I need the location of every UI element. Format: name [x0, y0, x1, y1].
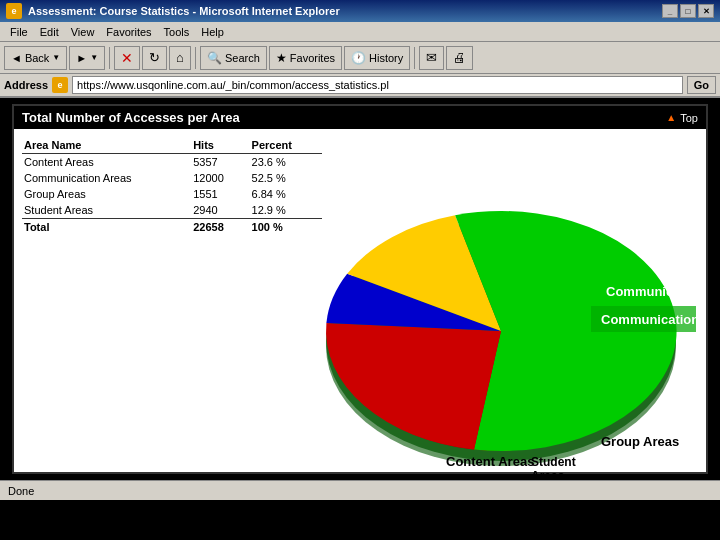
separator-3 — [414, 47, 415, 69]
menu-bar: File Edit View Favorites Tools Help — [0, 22, 720, 42]
forward-dropdown-icon: ▼ — [90, 53, 98, 62]
window-title: Assessment: Course Statistics - Microsof… — [28, 5, 340, 17]
page-title: Total Number of Accesses per Area — [22, 110, 240, 125]
chart-container: Communication Areas Communication Areas … — [306, 146, 696, 476]
favorites-label: Favorites — [290, 52, 335, 64]
table-cell-4-0: Total — [22, 219, 191, 236]
top-link-label: Top — [680, 112, 698, 124]
menu-file[interactable]: File — [4, 24, 34, 40]
title-bar: e Assessment: Course Statistics - Micros… — [0, 0, 720, 22]
favorites-icon: ★ — [276, 51, 287, 65]
history-button[interactable]: 🕐 History — [344, 46, 410, 70]
stop-button[interactable]: ✕ — [114, 46, 140, 70]
back-label: Back — [25, 52, 49, 64]
table-cell-2-0: Group Areas — [22, 186, 191, 202]
mail-button[interactable]: ✉ — [419, 46, 444, 70]
close-btn[interactable]: ✕ — [698, 4, 714, 18]
minimize-btn[interactable]: _ — [662, 4, 678, 18]
table-cell-0-1: 5357 — [191, 154, 249, 171]
search-icon: 🔍 — [207, 51, 222, 65]
menu-edit[interactable]: Edit — [34, 24, 65, 40]
page-icon: e — [52, 77, 68, 93]
search-button[interactable]: 🔍 Search — [200, 46, 267, 70]
col-header-hits: Hits — [191, 137, 249, 154]
print-button[interactable]: 🖨 — [446, 46, 473, 70]
app-icon: e — [6, 3, 22, 19]
address-input[interactable] — [72, 76, 683, 94]
table-row: Student Areas294012.9 % — [22, 202, 322, 219]
svg-text:Content Areas: Content Areas — [446, 454, 534, 469]
home-button[interactable]: ⌂ — [169, 46, 191, 70]
table-cell-1-0: Communication Areas — [22, 170, 191, 186]
favorites-button[interactable]: ★ Favorites — [269, 46, 342, 70]
table-cell-2-1: 1551 — [191, 186, 249, 202]
table-row: Total22658100 % — [22, 219, 322, 236]
table-row: Content Areas535723.6 % — [22, 154, 322, 171]
address-bar: Address e Go — [0, 74, 720, 98]
svg-text:Student: Student — [531, 455, 576, 469]
refresh-button[interactable]: ↻ — [142, 46, 167, 70]
separator-1 — [109, 47, 110, 69]
top-link[interactable]: ▲ Top — [666, 112, 698, 124]
svg-text:Group Areas: Group Areas — [601, 434, 679, 449]
refresh-icon: ↻ — [149, 50, 160, 65]
menu-tools[interactable]: Tools — [158, 24, 196, 40]
toolbar: ◄ Back ▼ ► ▼ ✕ ↻ ⌂ 🔍 Search ★ Favorites … — [0, 42, 720, 74]
table-row: Group Areas15516.84 % — [22, 186, 322, 202]
menu-view[interactable]: View — [65, 24, 101, 40]
table-cell-0-0: Content Areas — [22, 154, 191, 171]
menu-favorites[interactable]: Favorites — [100, 24, 157, 40]
content-header: Total Number of Accesses per Area ▲ Top — [14, 106, 706, 129]
table-row: Communication Areas1200052.5 % — [22, 170, 322, 186]
forward-button[interactable]: ► ▼ — [69, 46, 105, 70]
table-cell-3-1: 2940 — [191, 202, 249, 219]
forward-arrow-icon: ► — [76, 52, 87, 64]
home-icon: ⌂ — [176, 50, 184, 65]
table-cell-3-0: Student Areas — [22, 202, 191, 219]
back-button[interactable]: ◄ Back ▼ — [4, 46, 67, 70]
separator-2 — [195, 47, 196, 69]
col-header-area: Area Name — [22, 137, 191, 154]
mail-icon: ✉ — [426, 50, 437, 65]
history-label: History — [369, 52, 403, 64]
back-dropdown-icon: ▼ — [52, 53, 60, 62]
history-icon: 🕐 — [351, 51, 366, 65]
top-arrow-icon: ▲ — [666, 112, 676, 123]
main-content: Total Number of Accesses per Area ▲ Top … — [12, 104, 708, 474]
address-label: Address — [4, 79, 48, 91]
stop-icon: ✕ — [121, 50, 133, 66]
svg-text:Communication Areas: Communication Areas — [601, 312, 696, 327]
table-cell-1-1: 12000 — [191, 170, 249, 186]
menu-help[interactable]: Help — [195, 24, 230, 40]
print-icon: 🖨 — [453, 50, 466, 65]
pie-chart: Communication Areas Communication Areas … — [306, 146, 696, 476]
maximize-btn[interactable]: □ — [680, 4, 696, 18]
search-label: Search — [225, 52, 260, 64]
back-arrow-icon: ◄ — [11, 52, 22, 64]
svg-text:Areas: Areas — [531, 469, 565, 476]
svg-text:Communication Areas: Communication Areas — [606, 284, 696, 299]
window-controls: _ □ ✕ — [662, 4, 714, 18]
status-text: Done — [8, 485, 34, 497]
go-button[interactable]: Go — [687, 76, 716, 94]
status-bar: Done — [0, 480, 720, 500]
table-cell-4-1: 22658 — [191, 219, 249, 236]
data-table: Area Name Hits Percent Content Areas5357… — [22, 137, 322, 235]
